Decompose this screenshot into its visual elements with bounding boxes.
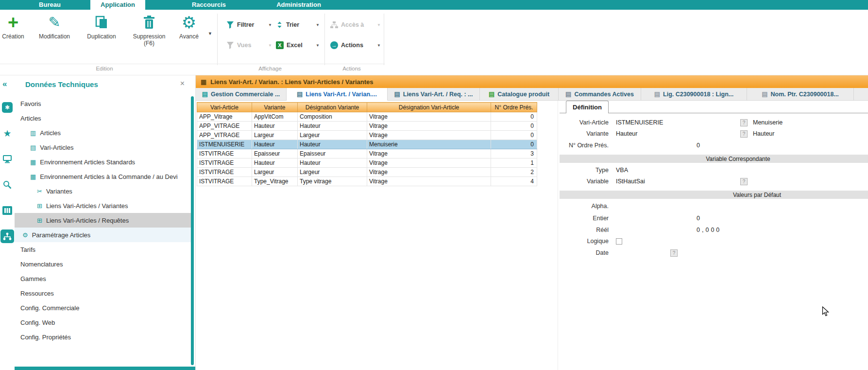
tab-liens-vari-art-variantes[interactable]: ▤ Liens Vari-Art. / Varian.... (287, 88, 388, 101)
cell[interactable]: Hauteur (298, 159, 367, 168)
cell[interactable]: Vitrage (367, 122, 491, 131)
cell[interactable]: Type_Vitrage (252, 177, 298, 186)
help-button[interactable]: ? (740, 130, 748, 138)
avance-button[interactable]: ⚙ Avancé (173, 13, 205, 40)
excel-button[interactable]: X Excel ▼ (276, 40, 320, 51)
sidebar-item-nomenclatures[interactable]: Nomenclatures (15, 257, 191, 271)
cell[interactable]: Menuiserie (367, 140, 491, 149)
sidebar-item-env-articles-commande[interactable]: ▦ Environnement Articles à la Commande /… (15, 169, 191, 184)
table-row[interactable]: ISTVITRAGE Largeur Largeur Vitrage 2 (197, 168, 537, 177)
cell[interactable]: Vitrage (367, 177, 491, 186)
entier-value[interactable]: 0 (697, 215, 700, 222)
cell[interactable]: 0 (491, 122, 537, 131)
cell[interactable]: Hauteur (252, 159, 298, 168)
cell[interactable]: AppVitCom (252, 112, 298, 122)
menu-tab-administration[interactable]: Administration (270, 0, 328, 10)
cell[interactable]: Vitrage (367, 149, 491, 159)
cell[interactable]: ISTVITRAGE (197, 177, 252, 186)
sidebar-item-gammes[interactable]: Gammes (15, 271, 191, 286)
tab-definition[interactable]: Définition (566, 101, 609, 113)
table-row[interactable]: ISTVITRAGE Type_Vitrage Type vitrage Vit… (197, 177, 537, 186)
cell[interactable]: Vitrage (367, 131, 491, 140)
cell[interactable]: APP_VITRAGE (197, 131, 252, 140)
help-button[interactable]: ? (670, 249, 678, 257)
collapse-sidebar-icon[interactable]: « (2, 79, 7, 89)
tab-nom-ptr-c230900018[interactable]: ▤ Nom. Ptr. C230900018... (747, 88, 854, 100)
type-value[interactable]: VBA (616, 167, 628, 174)
cell[interactable]: Largeur (252, 131, 298, 140)
filtrer-button[interactable]: Filtrer ▼ (226, 19, 272, 30)
cell[interactable]: Hauteur (298, 140, 367, 149)
cell[interactable]: Composition (298, 112, 367, 122)
sidebar-item-liens-requetes[interactable]: ⊞ Liens Vari-Articles / Requêtes (15, 213, 191, 228)
modification-button[interactable]: ✎ Modification (33, 13, 76, 40)
cell[interactable]: Largeur (298, 131, 367, 140)
cell[interactable]: 2 (491, 168, 537, 177)
workstation-icon[interactable] (0, 152, 14, 166)
help-button[interactable]: ? (740, 119, 748, 126)
cell[interactable]: ISTVITRAGE (197, 149, 252, 159)
ordre-value[interactable]: 0 (697, 142, 700, 149)
table-row-selected[interactable]: ISTMENUISERIE Hauteur Hauteur Menuiserie… (197, 140, 537, 149)
cell[interactable]: ISTVITRAGE (197, 159, 252, 168)
close-icon[interactable]: × (180, 79, 185, 88)
table-row[interactable]: ISTVITRAGE Epaisseur Epaisseur Vitrage 3 (197, 149, 537, 159)
variable-value[interactable]: IStHautSai (616, 178, 645, 185)
cell[interactable]: Hauteur (298, 122, 367, 131)
cell[interactable]: Hauteur (252, 140, 298, 149)
suppression-button[interactable]: Suppression (F6) (127, 13, 171, 47)
reel-value[interactable]: 0,000 (697, 227, 721, 233)
table-row[interactable]: APP_VITRAGE Hauteur Hauteur Vitrage 0 (197, 122, 537, 131)
cell[interactable]: ISTVITRAGE (197, 168, 252, 177)
sidebar-scrollbar[interactable] (191, 96, 194, 365)
cell[interactable]: APP_Vitrage (197, 112, 252, 122)
cell[interactable]: Largeur (252, 168, 298, 177)
column-header[interactable]: Variante (252, 103, 298, 112)
vues-button[interactable]: Vues ▼ (226, 40, 272, 51)
cell[interactable]: 4 (491, 177, 537, 186)
help-button[interactable]: ? (740, 178, 748, 185)
logique-checkbox[interactable] (616, 238, 622, 245)
acces-a-button[interactable]: Accès à ▼ (330, 19, 381, 30)
sidebar-item-parametrage-articles[interactable]: ⚙ Paramétrage Articles (15, 228, 191, 242)
table-row[interactable]: APP_VITRAGE Largeur Largeur Vitrage 0 (197, 131, 537, 140)
menu-tab-raccourcis[interactable]: Raccourcis (185, 0, 233, 10)
column-header[interactable]: Désignation Variante (298, 103, 367, 112)
sidebar-item-variantes[interactable]: ✂ Variantes (15, 184, 191, 198)
menu-tab-bureau[interactable]: Bureau (27, 0, 73, 10)
cell[interactable]: 0 (491, 131, 537, 140)
tab-lig-c230900018[interactable]: ▤ Lig. C230900018 : Lign... (641, 88, 747, 100)
menu-tab-application[interactable]: Application (90, 0, 145, 10)
cell[interactable]: ISTMENUISERIE (197, 140, 252, 149)
sidebar-item-tarifs[interactable]: Tarifs (15, 242, 191, 257)
cell[interactable]: Vitrage (367, 168, 491, 177)
tab-gestion-commerciale[interactable]: ▤ Gestion Commerciale ... (196, 88, 287, 100)
cell[interactable]: Epaisseur (252, 149, 298, 159)
actions-button[interactable]: → Actions ▼ (330, 40, 381, 51)
table-row[interactable]: ISTVITRAGE Hauteur Hauteur Vitrage 1 (197, 159, 537, 168)
cell[interactable]: Hauteur (252, 122, 298, 131)
cell[interactable]: Largeur (298, 168, 367, 177)
cell[interactable]: Type vitrage (298, 177, 367, 186)
cell[interactable]: 0 (491, 112, 537, 122)
tab-catalogue-produit[interactable]: ▤ Catalogue produit (480, 88, 559, 100)
tab-commandes-actives[interactable]: ▤ Commandes Actives (559, 88, 641, 100)
sidebar-item-favoris[interactable]: Favoris (15, 96, 191, 111)
modules-icon[interactable]: ✱ (0, 101, 14, 114)
sidebar-item-articles[interactable]: ▥ Articles (15, 125, 191, 140)
tab-liens-vari-art-requetes[interactable]: ▤ Liens Vari-Art. / Req. : ... (388, 88, 480, 100)
cell[interactable]: Epaisseur (298, 149, 367, 159)
cell[interactable]: Vitrage (367, 112, 491, 122)
sidebar-item-config-commerciale[interactable]: Config. Commerciale (15, 300, 191, 315)
trier-button[interactable]: Trier ▼ (276, 19, 320, 30)
favorites-star-icon[interactable]: ★ (0, 126, 14, 140)
sidebar-horizontal-scrollbar[interactable] (15, 367, 195, 370)
cell[interactable]: APP_VITRAGE (197, 122, 252, 131)
vari-article-value[interactable]: ISTMENUISERIE (616, 119, 663, 126)
cell[interactable]: 3 (491, 149, 537, 159)
column-header[interactable]: Vari-Article (197, 103, 252, 112)
technical-data-module-icon[interactable] (0, 229, 14, 243)
sidebar-item-vari-articles[interactable]: ▤ Vari-Articles (15, 140, 191, 155)
cell[interactable]: 1 (491, 159, 537, 168)
avance-dropdown-caret-icon[interactable]: ▼ (208, 31, 212, 36)
